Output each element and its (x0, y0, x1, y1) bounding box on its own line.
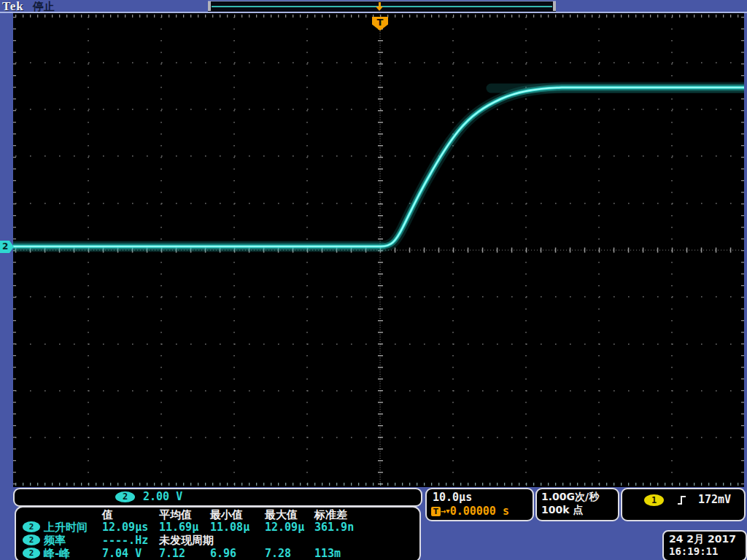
measurement-mean: 11.69µ (159, 521, 198, 534)
trigger-position-value: 0.00000 s (450, 505, 509, 518)
record-bracket-left-icon (208, 1, 211, 11)
channel2-badge: 2 (23, 521, 40, 532)
channel2-scale-readout[interactable]: 2 2.00 V (13, 488, 422, 507)
measurement-value: ----.Hz (102, 534, 148, 547)
channel2-ground-marker[interactable]: 2 (0, 241, 14, 253)
scope-display (13, 13, 744, 487)
measurement-max: 7.28 (265, 547, 291, 560)
record-bracket-right-icon (553, 1, 556, 11)
measurement-min: 11.08µ (210, 521, 249, 534)
measurement-row-peak-to-peak: 2 峰-峰 7.04 V 7.12 6.96 7.28 113m (16, 547, 419, 559)
waveform-glow-outer (13, 88, 744, 246)
trigger-readout[interactable]: 1 172mV (621, 488, 746, 521)
trigger-position-arrowhead-icon[interactable] (376, 7, 383, 11)
measurement-value: 12.09µs (102, 521, 148, 534)
channel2-badge: 2 (23, 534, 40, 545)
measurements-panel[interactable]: 值 平均值 最小值 最大值 标准差 2 上升时间 12.09µs 11.69µ … (15, 506, 421, 560)
acquisition-readout[interactable]: 1.00G次/秒 100k 点 (535, 488, 619, 521)
waveform-trace-core (13, 88, 744, 246)
measurement-note: 未发现周期 (159, 534, 214, 548)
measurement-name: 上升时间 (44, 521, 88, 534)
measurement-mean: 7.12 (159, 547, 185, 560)
date-label: 24 2月 2017 (669, 533, 736, 546)
measurement-max: 12.09µ (265, 521, 304, 534)
channel2-volts-per-div: 2.00 V (143, 490, 182, 503)
channel2-badge: 2 (23, 548, 40, 559)
measurement-name: 峰-峰 (44, 547, 70, 560)
measurement-row-frequency: 2 频率 ----.Hz 未发现周期 (16, 534, 419, 546)
channel2-ground-marker-label: 2 (2, 241, 8, 252)
measurement-value: 7.04 V (102, 547, 142, 560)
sample-rate: 1.00G次/秒 (541, 491, 599, 504)
trigger-level-value: 172mV (698, 493, 731, 506)
datetime-readout: 24 2月 2017 16:19:11 (662, 530, 747, 560)
measurements-header-row: 值 平均值 最小值 最大值 标准差 (16, 508, 419, 521)
trigger-position-readout: T→▼0.00000 s (431, 505, 509, 516)
measurement-row-risetime: 2 上升时间 12.09µs 11.69µ 11.08µ 12.09µ 361.… (16, 521, 419, 533)
timebase-readout[interactable]: 10.0µs T→▼0.00000 s (425, 488, 534, 521)
measurement-name: 频率 (44, 534, 66, 548)
waveform-glow-inner (13, 88, 744, 246)
time-label: 16:19:11 (669, 545, 718, 557)
top-status-bar: Tek 停止 (0, 0, 747, 12)
measurement-std: 361.9n (314, 521, 354, 534)
waveform-trace (13, 88, 744, 246)
channel2-waveform (13, 13, 744, 487)
measurement-std: 113m (314, 547, 341, 560)
measurement-min: 6.96 (210, 547, 236, 560)
time-per-div: 10.0µs (433, 491, 472, 504)
channel2-badge: 2 (115, 491, 135, 502)
trigger-source-badge: 1 (644, 494, 664, 506)
record-length: 100k 点 (541, 504, 583, 517)
rising-edge-icon (676, 494, 688, 506)
trigger-t-icon: T (431, 507, 441, 516)
